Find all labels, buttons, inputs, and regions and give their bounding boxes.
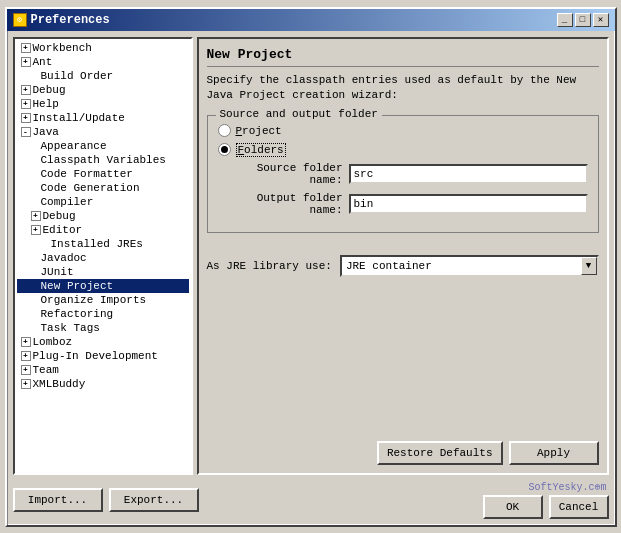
ok-button[interactable]: OK (483, 495, 543, 519)
group-box-title: Source and output folder (216, 108, 382, 120)
window-icon: ⚙ (13, 13, 27, 27)
tree-label-code-formatter: Code Formatter (41, 168, 133, 180)
expand-lomboz-icon[interactable]: + (21, 337, 31, 347)
tree-panel[interactable]: + Workbench + Ant Build Order + Debug + (13, 37, 193, 475)
preferences-window: ⚙ Preferences _ □ ✕ + Workbench + Ant (5, 7, 617, 527)
tree-item-java[interactable]: - Java (17, 125, 189, 139)
expand-plugin-icon[interactable]: + (21, 351, 31, 361)
tree-item-workbench[interactable]: + Workbench (17, 41, 189, 55)
cancel-button[interactable]: Cancel (549, 495, 609, 519)
tree-item-installed-jres[interactable]: Installed JREs (17, 237, 189, 251)
restore-apply-buttons: Restore Defaults Apply (207, 437, 599, 465)
jre-label: As JRE library use: (207, 260, 332, 272)
apply-button[interactable]: Apply (509, 441, 599, 465)
minimize-button[interactable]: _ (557, 13, 573, 27)
output-folder-input[interactable] (349, 194, 588, 214)
expand-team-icon[interactable]: + (21, 365, 31, 375)
tree-label-installed-jres: Installed JREs (51, 238, 143, 250)
watermark: SoftYesky.c⊕m (528, 481, 608, 493)
import-button[interactable]: Import... (13, 488, 103, 512)
expand-help-icon[interactable]: + (21, 99, 31, 109)
tree-item-debug-java[interactable]: + Debug (17, 209, 189, 223)
footer-left: Import... Export... (13, 488, 199, 512)
tree-item-code-formatter[interactable]: Code Formatter (17, 167, 189, 181)
expand-editor-icon[interactable]: + (31, 225, 41, 235)
tree-item-lomboz[interactable]: + Lomboz (17, 335, 189, 349)
tree-item-debug[interactable]: + Debug (17, 83, 189, 97)
source-folder-label: Source folder name: (228, 162, 343, 186)
tree-item-organize-imports[interactable]: Organize Imports (17, 293, 189, 307)
tree-item-build-order[interactable]: Build Order (17, 69, 189, 83)
window-body: + Workbench + Ant Build Order + Debug + (7, 31, 615, 525)
radio-folders-label[interactable]: Folders (236, 144, 286, 156)
tree-label-appearance: Appearance (41, 140, 107, 152)
tree-label-ant: Ant (33, 56, 53, 68)
tree-item-team[interactable]: + Team (17, 363, 189, 377)
tree-item-xmlbuddy[interactable]: + XMLBuddy (17, 377, 189, 391)
jre-select[interactable]: JRE container ▼ (340, 255, 599, 277)
tree-item-help[interactable]: + Help (17, 97, 189, 111)
radio-project-label[interactable]: Project (236, 125, 282, 137)
expand-debug-icon[interactable]: + (21, 85, 31, 95)
restore-defaults-button[interactable]: Restore Defaults (377, 441, 503, 465)
title-controls: _ □ ✕ (557, 13, 609, 27)
tree-label-junit: JUnit (41, 266, 74, 278)
source-output-group: Source and output folder Project (207, 115, 599, 233)
tree-item-install-update[interactable]: + Install/Update (17, 111, 189, 125)
tree-label-debug-java: Debug (43, 210, 76, 222)
main-area: + Workbench + Ant Build Order + Debug + (13, 37, 609, 475)
footer-row: Import... Export... SoftYesky.c⊕m OK Can… (13, 481, 609, 519)
radio-dot (221, 146, 228, 153)
tree-item-refactoring[interactable]: Refactoring (17, 307, 189, 321)
tree-label-new-project: New Project (41, 280, 114, 292)
radio-project-button[interactable] (218, 124, 231, 137)
output-folder-row: Output folder name: (218, 192, 588, 216)
tree-label-organize-imports: Organize Imports (41, 294, 147, 306)
tree-label-plugin-development: Plug-In Development (33, 350, 158, 362)
tree-label-debug: Debug (33, 84, 66, 96)
tree-label-task-tags: Task Tags (41, 322, 100, 334)
jre-dropdown-arrow[interactable]: ▼ (581, 257, 597, 275)
tree-label-javadoc: Javadoc (41, 252, 87, 264)
close-button[interactable]: ✕ (593, 13, 609, 27)
source-folder-input[interactable] (349, 164, 588, 184)
tree-item-junit[interactable]: JUnit (17, 265, 189, 279)
export-button[interactable]: Export... (109, 488, 199, 512)
tree-item-classpath-variables[interactable]: Classpath Variables (17, 153, 189, 167)
tree-label-xmlbuddy: XMLBuddy (33, 378, 86, 390)
tree-item-plugin-development[interactable]: + Plug-In Development (17, 349, 189, 363)
maximize-button[interactable]: □ (575, 13, 591, 27)
expand-install-icon[interactable]: + (21, 113, 31, 123)
content-description: Specify the classpath entries used as de… (207, 73, 599, 104)
expand-debug-java-icon[interactable]: + (31, 211, 41, 221)
radio-row-project[interactable]: Project (218, 124, 588, 137)
tree-item-code-generation[interactable]: Code Generation (17, 181, 189, 195)
expand-workbench-icon[interactable]: + (21, 43, 31, 53)
radio-folders-button[interactable] (218, 143, 231, 156)
tree-item-task-tags[interactable]: Task Tags (17, 321, 189, 335)
radio-folders-box: Folders (236, 143, 286, 157)
radio-row-folders[interactable]: Folders (218, 143, 588, 156)
tree-item-appearance[interactable]: Appearance (17, 139, 189, 153)
tree-item-new-project[interactable]: New Project (17, 279, 189, 293)
tree-label-team: Team (33, 364, 59, 376)
window-title: Preferences (31, 13, 110, 27)
tree-label-help: Help (33, 98, 59, 110)
tree-label-classpath-variables: Classpath Variables (41, 154, 166, 166)
title-bar-left: ⚙ Preferences (13, 13, 110, 27)
tree-item-compiler[interactable]: Compiler (17, 195, 189, 209)
source-folder-row: Source folder name: (218, 162, 588, 186)
content-panel: New Project Specify the classpath entrie… (197, 37, 609, 475)
expand-xmlbuddy-icon[interactable]: + (21, 379, 31, 389)
tree-item-javadoc[interactable]: Javadoc (17, 251, 189, 265)
tree-label-refactoring: Refactoring (41, 308, 114, 320)
output-folder-label: Output folder name: (228, 192, 343, 216)
tree-label-build-order: Build Order (41, 70, 114, 82)
expand-ant-icon[interactable]: + (21, 57, 31, 67)
tree-item-editor[interactable]: + Editor (17, 223, 189, 237)
expand-java-icon[interactable]: - (21, 127, 31, 137)
jre-selected-value: JRE container (346, 260, 432, 272)
tree-label-install-update: Install/Update (33, 112, 125, 124)
tree-item-ant[interactable]: + Ant (17, 55, 189, 69)
tree-label-lomboz: Lomboz (33, 336, 73, 348)
